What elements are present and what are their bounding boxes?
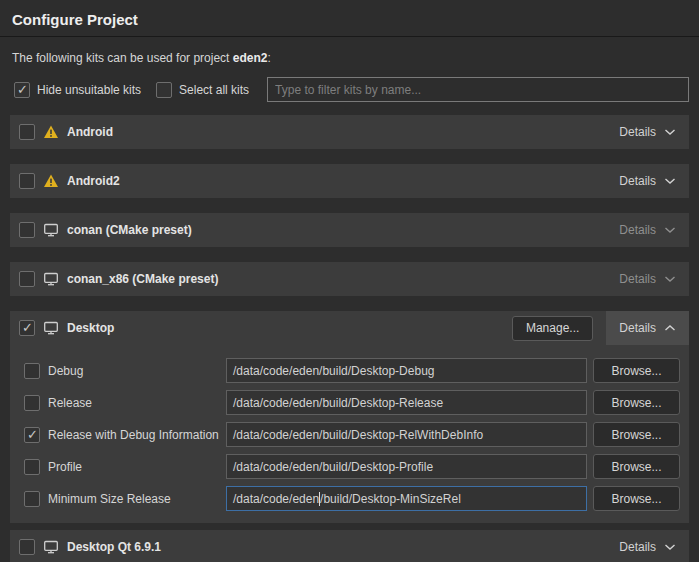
kit-checkbox-desktop[interactable] [19, 320, 35, 336]
kit-name: Android [67, 125, 113, 139]
select-all-checkbox[interactable] [156, 82, 172, 98]
config-label: Profile [48, 460, 226, 474]
desktop-icon [43, 222, 59, 238]
chevron-down-icon [664, 177, 676, 185]
hide-unsuitable-checkbox[interactable] [14, 82, 30, 98]
details-toggle-android2[interactable]: Details [606, 164, 689, 198]
build-dir-input-minsizerel[interactable]: /data/code/eden/build/Desktop-MinSizeRel [226, 486, 587, 511]
subtitle-colon: : [267, 51, 270, 65]
build-dir-input-relwithdebinfo[interactable]: /data/code/eden/build/Desktop-RelWithDeb… [226, 422, 587, 447]
kit-row-android: Android Details [10, 115, 689, 149]
build-dir-value: /data/code/eden [233, 492, 319, 506]
details-toggle-desktop[interactable]: Details [606, 311, 689, 345]
project-kits-subtitle: The following kits can be used for proje… [12, 51, 687, 65]
build-dir-value: /build/Desktop-MinSizeRel [320, 492, 461, 506]
details-toggle-conan[interactable]: Details [606, 213, 689, 247]
manage-button[interactable]: Manage... [512, 316, 593, 341]
chevron-down-icon [664, 128, 676, 136]
chevron-up-icon [664, 324, 676, 332]
kit-row-conan: conan (CMake preset) Details [10, 213, 689, 247]
chevron-down-icon [664, 226, 676, 234]
build-dir-input-debug[interactable]: /data/code/eden/build/Desktop-Debug [226, 358, 587, 383]
build-dir-input-profile[interactable]: /data/code/eden/build/Desktop-Profile [226, 454, 587, 479]
details-label: Details [619, 223, 656, 237]
select-all-label: Select all kits [179, 83, 249, 97]
project-name: eden2 [233, 51, 268, 65]
details-toggle-desktop-qt[interactable]: Details [606, 530, 689, 562]
warning-icon [43, 124, 59, 140]
build-config-row-profile: Profile /data/code/eden/build/Desktop-Pr… [24, 454, 680, 479]
build-config-row-relwithdebinfo: Release with Debug Information /data/cod… [24, 422, 680, 447]
build-dir-input-release[interactable]: /data/code/eden/build/Desktop-Release [226, 390, 587, 415]
kit-filter-bar: Hide unsuitable kits Select all kits [14, 77, 689, 102]
config-checkbox-profile[interactable] [24, 459, 40, 475]
warning-icon [43, 173, 59, 189]
kit-list: Android Details Android2 Details [10, 115, 689, 562]
browse-button[interactable]: Browse... [593, 390, 680, 415]
kit-checkbox-conan[interactable] [19, 222, 35, 238]
kit-checkbox-desktop-qt[interactable] [19, 539, 35, 555]
desktop-icon [43, 271, 59, 287]
build-config-row-release: Release /data/code/eden/build/Desktop-Re… [24, 390, 680, 415]
details-toggle-conan-x86[interactable]: Details [606, 262, 689, 296]
build-dir-value: /data/code/eden/build/Desktop-Profile [233, 460, 433, 474]
kit-filter-input[interactable] [267, 77, 689, 102]
desktop-icon [43, 539, 59, 555]
kit-name: Desktop [67, 321, 114, 335]
details-label: Details [619, 540, 656, 554]
kit-name: conan (CMake preset) [67, 223, 192, 237]
kit-row-desktop: Desktop Manage... Details [10, 311, 689, 345]
config-label: Debug [48, 364, 226, 378]
config-checkbox-relwithdebinfo[interactable] [24, 427, 40, 443]
details-label: Details [619, 174, 656, 188]
config-label: Release with Debug Information [48, 428, 226, 442]
kit-checkbox-android2[interactable] [19, 173, 35, 189]
desktop-icon [43, 320, 59, 336]
kit-name: conan_x86 (CMake preset) [67, 272, 218, 286]
browse-button[interactable]: Browse... [593, 454, 680, 479]
kit-panel-desktop: Desktop Manage... Details Debug /data/co… [10, 311, 689, 523]
chevron-down-icon [664, 275, 676, 283]
kit-checkbox-conan-x86[interactable] [19, 271, 35, 287]
kit-row-desktop-qt: Desktop Qt 6.9.1 Details [10, 530, 689, 562]
build-config-row-minsizerel: Minimum Size Release /data/code/eden/bui… [24, 486, 680, 511]
chevron-down-icon [664, 543, 676, 551]
details-label: Details [619, 125, 656, 139]
subtitle-text: The following kits can be used for proje… [12, 51, 233, 65]
details-label: Details [619, 321, 656, 335]
details-label: Details [619, 272, 656, 286]
browse-button[interactable]: Browse... [593, 486, 680, 511]
config-checkbox-debug[interactable] [24, 363, 40, 379]
hide-unsuitable-label: Hide unsuitable kits [37, 83, 141, 97]
config-label: Minimum Size Release [48, 492, 226, 506]
config-label: Release [48, 396, 226, 410]
page-title: Configure Project [0, 0, 699, 37]
build-dir-value: /data/code/eden/build/Desktop-RelWithDeb… [233, 428, 483, 442]
config-checkbox-minsizerel[interactable] [24, 491, 40, 507]
kit-row-android2: Android2 Details [10, 164, 689, 198]
kit-checkbox-android[interactable] [19, 124, 35, 140]
config-checkbox-release[interactable] [24, 395, 40, 411]
build-config-row-debug: Debug /data/code/eden/build/Desktop-Debu… [24, 358, 680, 383]
browse-button[interactable]: Browse... [593, 422, 680, 447]
build-dir-value: /data/code/eden/build/Desktop-Release [233, 396, 443, 410]
kit-name: Android2 [67, 174, 120, 188]
kit-row-conan-x86: conan_x86 (CMake preset) Details [10, 262, 689, 296]
details-toggle-android[interactable]: Details [606, 115, 689, 149]
browse-button[interactable]: Browse... [593, 358, 680, 383]
configure-project-page: Configure Project The following kits can… [0, 0, 699, 562]
kit-name: Desktop Qt 6.9.1 [67, 540, 161, 554]
build-dir-value: /data/code/eden/build/Desktop-Debug [233, 364, 434, 378]
